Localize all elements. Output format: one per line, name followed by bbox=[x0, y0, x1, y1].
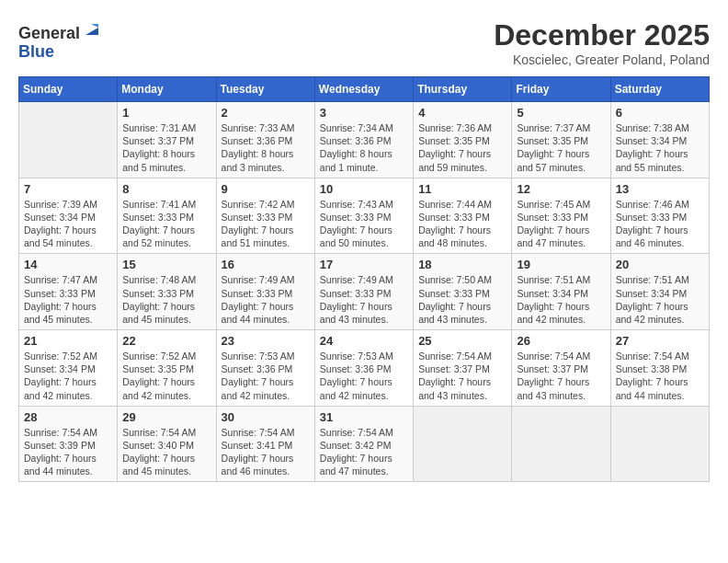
calendar-body: 1Sunrise: 7:31 AM Sunset: 3:37 PM Daylig… bbox=[19, 102, 710, 482]
day-info: Sunrise: 7:37 AM Sunset: 3:35 PM Dayligh… bbox=[517, 121, 605, 174]
day-info: Sunrise: 7:54 AM Sunset: 3:42 PM Dayligh… bbox=[320, 426, 408, 478]
day-info: Sunrise: 7:47 AM Sunset: 3:33 PM Dayligh… bbox=[24, 273, 112, 326]
calendar-cell: 24Sunrise: 7:53 AM Sunset: 3:36 PM Dayli… bbox=[314, 330, 413, 407]
location: Koscielec, Greater Poland, Poland bbox=[494, 52, 710, 67]
calendar-cell bbox=[610, 406, 709, 482]
calendar-cell: 26Sunrise: 7:54 AM Sunset: 3:37 PM Dayli… bbox=[512, 330, 610, 407]
weekday-header-row: SundayMondayTuesdayWednesdayThursdayFrid… bbox=[19, 77, 710, 102]
day-number: 27 bbox=[616, 334, 704, 348]
day-number: 6 bbox=[616, 106, 704, 120]
day-info: Sunrise: 7:39 AM Sunset: 3:34 PM Dayligh… bbox=[24, 198, 112, 250]
day-number: 20 bbox=[616, 258, 704, 271]
day-number: 24 bbox=[320, 334, 408, 348]
calendar-cell: 2Sunrise: 7:33 AM Sunset: 3:36 PM Daylig… bbox=[216, 102, 314, 178]
calendar-week-row: 28Sunrise: 7:54 AM Sunset: 3:39 PM Dayli… bbox=[19, 406, 710, 482]
calendar-cell: 11Sunrise: 7:44 AM Sunset: 3:33 PM Dayli… bbox=[414, 178, 512, 254]
day-info: Sunrise: 7:49 AM Sunset: 3:33 PM Dayligh… bbox=[222, 273, 310, 326]
day-number: 11 bbox=[418, 182, 506, 196]
calendar-cell: 20Sunrise: 7:51 AM Sunset: 3:34 PM Dayli… bbox=[610, 254, 709, 330]
calendar-cell: 29Sunrise: 7:54 AM Sunset: 3:40 PM Dayli… bbox=[118, 406, 216, 482]
calendar-cell: 30Sunrise: 7:54 AM Sunset: 3:41 PM Dayli… bbox=[216, 406, 314, 482]
calendar-week-row: 7Sunrise: 7:39 AM Sunset: 3:34 PM Daylig… bbox=[19, 178, 710, 254]
day-info: Sunrise: 7:34 AM Sunset: 3:36 PM Dayligh… bbox=[320, 121, 408, 174]
day-number: 17 bbox=[320, 258, 408, 271]
calendar-cell: 9Sunrise: 7:42 AM Sunset: 3:33 PM Daylig… bbox=[216, 178, 314, 254]
day-info: Sunrise: 7:52 AM Sunset: 3:34 PM Dayligh… bbox=[24, 350, 112, 402]
day-info: Sunrise: 7:53 AM Sunset: 3:36 PM Dayligh… bbox=[222, 350, 310, 402]
day-number: 28 bbox=[24, 410, 112, 424]
calendar-cell: 19Sunrise: 7:51 AM Sunset: 3:34 PM Dayli… bbox=[512, 254, 610, 330]
calendar-cell: 28Sunrise: 7:54 AM Sunset: 3:39 PM Dayli… bbox=[19, 406, 118, 482]
calendar-cell: 27Sunrise: 7:54 AM Sunset: 3:38 PM Dayli… bbox=[610, 330, 709, 407]
calendar-cell: 6Sunrise: 7:38 AM Sunset: 3:34 PM Daylig… bbox=[610, 102, 709, 178]
day-info: Sunrise: 7:49 AM Sunset: 3:33 PM Dayligh… bbox=[320, 273, 408, 326]
day-info: Sunrise: 7:54 AM Sunset: 3:41 PM Dayligh… bbox=[222, 426, 310, 478]
calendar-cell: 8Sunrise: 7:41 AM Sunset: 3:33 PM Daylig… bbox=[118, 178, 216, 254]
day-info: Sunrise: 7:42 AM Sunset: 3:33 PM Dayligh… bbox=[222, 198, 310, 250]
calendar-cell bbox=[19, 102, 118, 178]
day-number: 30 bbox=[222, 410, 310, 424]
day-info: Sunrise: 7:54 AM Sunset: 3:37 PM Dayligh… bbox=[418, 350, 506, 402]
day-info: Sunrise: 7:48 AM Sunset: 3:33 PM Dayligh… bbox=[122, 273, 210, 326]
calendar-cell: 13Sunrise: 7:46 AM Sunset: 3:33 PM Dayli… bbox=[610, 178, 709, 254]
svg-marker-0 bbox=[85, 28, 98, 35]
calendar-week-row: 14Sunrise: 7:47 AM Sunset: 3:33 PM Dayli… bbox=[19, 254, 710, 330]
month-title: December 2025 bbox=[494, 18, 710, 52]
logo-blue: Blue bbox=[18, 42, 54, 61]
day-info: Sunrise: 7:33 AM Sunset: 3:36 PM Dayligh… bbox=[222, 121, 310, 174]
weekday-header-cell: Monday bbox=[118, 77, 216, 102]
day-number: 10 bbox=[320, 182, 408, 196]
weekday-header-cell: Tuesday bbox=[216, 77, 314, 102]
day-info: Sunrise: 7:50 AM Sunset: 3:33 PM Dayligh… bbox=[418, 273, 506, 326]
day-number: 2 bbox=[222, 106, 310, 120]
calendar-cell: 15Sunrise: 7:48 AM Sunset: 3:33 PM Dayli… bbox=[118, 254, 216, 330]
calendar-cell bbox=[414, 406, 512, 482]
day-info: Sunrise: 7:52 AM Sunset: 3:35 PM Dayligh… bbox=[122, 350, 210, 402]
day-number: 9 bbox=[222, 182, 310, 196]
calendar-cell: 5Sunrise: 7:37 AM Sunset: 3:35 PM Daylig… bbox=[512, 102, 610, 178]
page-header: General Blue December 2025 Koscielec, Gr… bbox=[18, 18, 710, 67]
calendar-cell: 31Sunrise: 7:54 AM Sunset: 3:42 PM Dayli… bbox=[314, 406, 413, 482]
weekday-header-cell: Thursday bbox=[414, 77, 512, 102]
day-number: 23 bbox=[222, 334, 310, 348]
day-info: Sunrise: 7:53 AM Sunset: 3:36 PM Dayligh… bbox=[320, 350, 408, 402]
svg-marker-1 bbox=[91, 24, 98, 28]
day-number: 12 bbox=[517, 182, 605, 196]
day-number: 16 bbox=[222, 258, 310, 271]
calendar-cell: 10Sunrise: 7:43 AM Sunset: 3:33 PM Dayli… bbox=[314, 178, 413, 254]
logo-icon bbox=[82, 18, 102, 39]
logo: General Blue bbox=[18, 18, 102, 62]
logo-general: General bbox=[18, 24, 80, 42]
calendar-table: SundayMondayTuesdayWednesdayThursdayFrid… bbox=[18, 76, 710, 482]
day-number: 13 bbox=[616, 182, 704, 196]
day-info: Sunrise: 7:43 AM Sunset: 3:33 PM Dayligh… bbox=[320, 198, 408, 250]
day-number: 15 bbox=[122, 258, 210, 271]
calendar-cell: 21Sunrise: 7:52 AM Sunset: 3:34 PM Dayli… bbox=[19, 330, 118, 407]
day-info: Sunrise: 7:44 AM Sunset: 3:33 PM Dayligh… bbox=[418, 198, 506, 250]
day-info: Sunrise: 7:38 AM Sunset: 3:34 PM Dayligh… bbox=[616, 121, 704, 174]
weekday-header-cell: Wednesday bbox=[314, 77, 413, 102]
calendar-cell: 17Sunrise: 7:49 AM Sunset: 3:33 PM Dayli… bbox=[314, 254, 413, 330]
calendar-cell: 14Sunrise: 7:47 AM Sunset: 3:33 PM Dayli… bbox=[19, 254, 118, 330]
day-number: 3 bbox=[320, 106, 408, 120]
day-number: 25 bbox=[418, 334, 506, 348]
day-number: 31 bbox=[320, 410, 408, 424]
calendar-cell: 12Sunrise: 7:45 AM Sunset: 3:33 PM Dayli… bbox=[512, 178, 610, 254]
weekday-header-cell: Saturday bbox=[610, 77, 709, 102]
day-info: Sunrise: 7:51 AM Sunset: 3:34 PM Dayligh… bbox=[616, 273, 704, 326]
calendar-cell: 23Sunrise: 7:53 AM Sunset: 3:36 PM Dayli… bbox=[216, 330, 314, 407]
weekday-header-cell: Sunday bbox=[19, 77, 118, 102]
day-number: 21 bbox=[24, 334, 112, 348]
calendar-cell: 22Sunrise: 7:52 AM Sunset: 3:35 PM Dayli… bbox=[118, 330, 216, 407]
day-number: 19 bbox=[517, 258, 605, 271]
day-info: Sunrise: 7:41 AM Sunset: 3:33 PM Dayligh… bbox=[122, 198, 210, 250]
day-info: Sunrise: 7:31 AM Sunset: 3:37 PM Dayligh… bbox=[122, 121, 210, 174]
day-number: 1 bbox=[122, 106, 210, 120]
day-info: Sunrise: 7:45 AM Sunset: 3:33 PM Dayligh… bbox=[517, 198, 605, 250]
calendar-week-row: 21Sunrise: 7:52 AM Sunset: 3:34 PM Dayli… bbox=[19, 330, 710, 407]
day-number: 18 bbox=[418, 258, 506, 271]
day-info: Sunrise: 7:54 AM Sunset: 3:40 PM Dayligh… bbox=[122, 426, 210, 478]
day-number: 7 bbox=[24, 182, 112, 196]
calendar-cell: 16Sunrise: 7:49 AM Sunset: 3:33 PM Dayli… bbox=[216, 254, 314, 330]
calendar-cell: 18Sunrise: 7:50 AM Sunset: 3:33 PM Dayli… bbox=[414, 254, 512, 330]
